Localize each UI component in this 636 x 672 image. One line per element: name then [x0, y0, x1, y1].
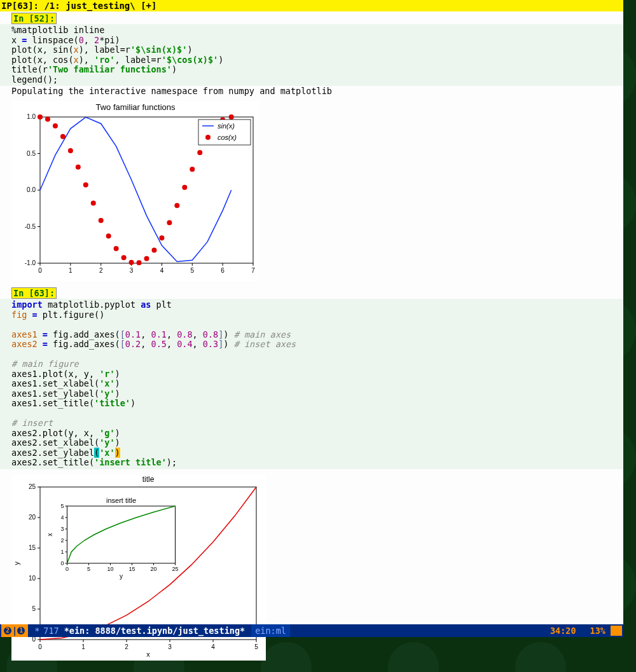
svg-point-32	[68, 148, 73, 153]
svg-text:x: x	[46, 533, 53, 536]
svg-text:title: title	[142, 475, 155, 484]
svg-text:10: 10	[107, 566, 113, 572]
svg-point-34	[83, 182, 88, 188]
svg-text:0: 0	[60, 560, 64, 566]
svg-point-36	[99, 218, 104, 223]
svg-text:0: 0	[38, 643, 42, 650]
status-bar: 2|1 * 717 *ein: 8888/test.ipynb/just_tes…	[0, 624, 623, 637]
svg-text:insert title: insert title	[106, 497, 136, 504]
svg-text:0.5: 0.5	[27, 150, 36, 157]
svg-point-48	[190, 167, 195, 172]
svg-text:5: 5	[87, 566, 90, 572]
svg-text:25: 25	[172, 566, 178, 572]
code-cell-52[interactable]: %matplotlib inline x = linspace(0, 2*pi)…	[0, 24, 623, 86]
svg-point-41	[137, 260, 142, 265]
chart-sin-cos: Two familiar functions01234567-1.0-0.50.…	[11, 101, 259, 279]
svg-text:0: 0	[66, 566, 69, 572]
svg-point-40	[129, 260, 134, 265]
svg-text:10: 10	[29, 575, 36, 582]
svg-point-53	[229, 114, 234, 120]
window-title: IP[63]: /1: just_testing\ [+]	[0, 0, 623, 11]
status-mode: ein:ml	[251, 624, 290, 637]
svg-point-43	[151, 248, 156, 253]
status-percent: 13%	[590, 626, 605, 636]
svg-text:4: 4	[160, 267, 164, 274]
cell-prompt-52: In [52]:	[11, 13, 57, 24]
svg-text:15: 15	[128, 566, 135, 572]
cell-1[interactable]: In [52]: %matplotlib inline x = linspace…	[0, 11, 623, 281]
editor-window[interactable]: IP[63]: /1: just_testing\ [+] In [52]: %…	[0, 0, 623, 637]
svg-text:1.0: 1.0	[27, 113, 36, 120]
svg-text:-0.5: -0.5	[25, 223, 36, 230]
cell-52-output: Populating the interactive namespace fro…	[0, 86, 623, 96]
svg-text:4: 4	[60, 514, 64, 521]
svg-text:20: 20	[29, 514, 36, 521]
status-right-box-icon	[611, 626, 622, 636]
svg-text:5: 5	[60, 503, 64, 509]
svg-text:0.0: 0.0	[27, 186, 36, 193]
cell-prompt-63: In [63]:	[11, 287, 57, 299]
svg-text:1: 1	[81, 643, 85, 650]
svg-text:2: 2	[99, 267, 103, 274]
svg-text:0: 0	[38, 267, 42, 274]
svg-text:3: 3	[130, 267, 134, 274]
svg-point-33	[76, 165, 81, 170]
svg-point-49	[197, 150, 202, 155]
svg-text:-1.0: -1.0	[25, 259, 36, 266]
svg-text:2: 2	[60, 537, 64, 544]
status-linecount: 717	[43, 626, 59, 636]
svg-text:6: 6	[221, 267, 225, 274]
svg-point-30	[53, 123, 58, 128]
svg-point-38	[114, 246, 119, 251]
svg-point-29	[45, 117, 50, 122]
status-star: *	[34, 626, 39, 636]
svg-text:x: x	[146, 650, 150, 658]
svg-text:7: 7	[251, 267, 255, 274]
svg-point-45	[167, 220, 172, 225]
svg-text:cos(x): cos(x)	[218, 134, 237, 141]
cursor-position: )	[115, 448, 120, 458]
svg-point-44	[159, 235, 164, 240]
svg-point-47	[182, 185, 187, 190]
svg-point-57	[205, 135, 211, 140]
svg-point-35	[91, 201, 96, 206]
svg-text:5: 5	[32, 605, 36, 612]
svg-rect-87	[67, 506, 176, 563]
status-cursor-pos: 34:20	[550, 626, 576, 636]
svg-text:3: 3	[168, 643, 172, 650]
svg-point-42	[144, 256, 149, 261]
svg-text:4: 4	[211, 643, 215, 650]
svg-text:25: 25	[29, 483, 36, 490]
svg-text:20: 20	[150, 566, 156, 572]
svg-point-46	[174, 203, 179, 208]
svg-point-39	[121, 255, 127, 260]
svg-text:y: y	[13, 561, 20, 565]
svg-text:1: 1	[69, 267, 73, 274]
plot-two-familiar-functions: Two familiar functions01234567-1.0-0.50.…	[11, 101, 259, 281]
svg-text:y: y	[120, 573, 123, 580]
status-badge: 2|1	[1, 624, 28, 637]
svg-text:15: 15	[29, 544, 36, 551]
svg-text:sin(x): sin(x)	[218, 122, 235, 130]
svg-point-31	[60, 134, 66, 139]
svg-text:3: 3	[60, 526, 64, 532]
svg-point-28	[38, 114, 43, 120]
cell-2[interactable]: In [63]: import matplotlib.pyplot as plt…	[0, 286, 623, 661]
cursor-highlight: (	[94, 448, 99, 458]
svg-text:5: 5	[191, 267, 195, 274]
svg-text:Two familiar functions: Two familiar functions	[96, 102, 176, 112]
svg-point-37	[106, 233, 111, 238]
svg-text:5: 5	[254, 643, 258, 650]
code-cell-63[interactable]: import matplotlib.pyplot as plt fig = pl…	[0, 299, 623, 469]
status-buffer-name: *ein: 8888/test.ipynb/just_testing*	[64, 626, 245, 636]
svg-text:2: 2	[125, 643, 128, 650]
svg-text:1: 1	[60, 549, 64, 555]
